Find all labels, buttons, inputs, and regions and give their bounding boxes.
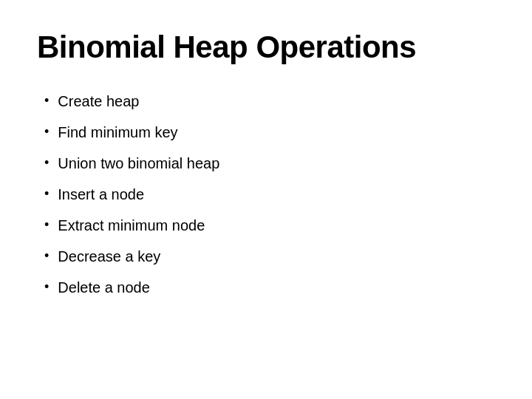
list-item: • Insert a node: [44, 180, 495, 208]
list-item: • Create heap: [44, 87, 495, 115]
list-item: • Union two binomial heap: [44, 149, 495, 177]
bullet-item-label: Union two binomial heap: [58, 152, 219, 174]
bullet-list: • Create heap • Find minimum key • Union…: [37, 87, 495, 301]
slide-title: Binomial Heap Operations: [37, 30, 495, 65]
list-item: • Delete a node: [44, 273, 495, 301]
bullet-dot-icon: •: [44, 91, 49, 111]
bullet-dot-icon: •: [44, 246, 49, 266]
bullet-item-label: Find minimum key: [58, 121, 177, 143]
bullet-item-label: Insert a node: [58, 183, 144, 205]
bullet-item: • Delete a node: [44, 273, 495, 301]
bullet-item: • Decrease a key: [44, 242, 495, 270]
bullet-item-label: Create heap: [58, 90, 139, 112]
bullet-item-label: Delete a node: [58, 276, 150, 299]
list-item: • Extract minimum node: [44, 211, 495, 239]
bullet-dot-icon: •: [44, 153, 49, 173]
bullet-dot-icon: •: [44, 277, 49, 297]
bullet-dot-icon: •: [44, 184, 49, 204]
list-item: • Find minimum key: [44, 118, 495, 146]
bullet-item: • Union two binomial heap: [44, 149, 495, 177]
bullet-item: • Create heap: [44, 87, 495, 115]
bullet-item: • Find minimum key: [44, 118, 495, 146]
bullet-item-label: Extract minimum node: [58, 214, 205, 236]
slide: Binomial Heap Operations • Create heap •…: [0, 0, 532, 399]
bullet-dot-icon: •: [44, 215, 49, 235]
bullet-item: • Insert a node: [44, 180, 495, 208]
bullet-item: • Extract minimum node: [44, 211, 495, 239]
bullet-item-label: Decrease a key: [58, 245, 160, 267]
list-item: • Decrease a key: [44, 242, 495, 270]
bullet-dot-icon: •: [44, 122, 49, 142]
